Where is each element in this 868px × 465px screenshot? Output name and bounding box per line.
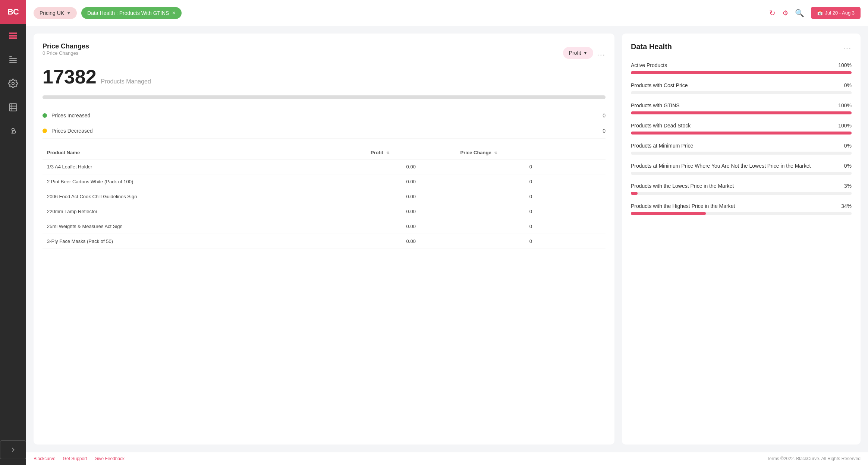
health-item: Products at Minimum Price Where You Are … xyxy=(631,163,852,175)
product-name-cell: 3-Ply Face Masks (Pack of 50) xyxy=(43,234,366,249)
refresh-icon[interactable]: ↻ xyxy=(769,9,776,18)
health-item-pct: 100% xyxy=(838,102,852,108)
data-health-more-button[interactable]: ... xyxy=(843,42,852,51)
health-bar-bg xyxy=(631,152,852,155)
svg-rect-0 xyxy=(9,33,17,34)
products-count: 17382 xyxy=(43,66,97,88)
products-label: Products Managed xyxy=(101,78,151,85)
health-item-label: Products with Dead Stock xyxy=(631,123,691,129)
health-item-header: Products with the Highest Price in the M… xyxy=(631,203,852,209)
green-dot xyxy=(43,113,47,118)
col-product-name: Product Name xyxy=(43,146,366,159)
close-icon[interactable]: ✕ xyxy=(172,10,176,16)
topbar: Pricing UK ▼ Data Health : Products With… xyxy=(26,0,868,26)
health-item-pct: 0% xyxy=(844,82,852,88)
price-change-cell: 0 xyxy=(456,219,606,234)
health-item-label: Products with Cost Price xyxy=(631,82,688,88)
health-item-label: Products at Minimum Price xyxy=(631,143,693,149)
col-profit[interactable]: Profit ⇅ xyxy=(366,146,456,159)
profit-cell: 0.00 xyxy=(366,174,456,189)
products-count-row: 17382 Products Managed xyxy=(43,66,606,88)
table-body: 1/3 A4 Leaflet Holder 0.00 0 2 Pint Beer… xyxy=(43,159,606,249)
health-item-pct: 34% xyxy=(841,203,852,209)
date-range-button[interactable]: 📅 Jul 20 - Aug 3 xyxy=(811,7,861,19)
app-logo: BC xyxy=(0,0,26,24)
products-table: Product Name Profit ⇅ Price Change ⇅ xyxy=(43,146,606,249)
price-change-cell: 0 xyxy=(456,174,606,189)
price-change-cell: 0 xyxy=(456,204,606,219)
pricing-uk-tab[interactable]: Pricing UK ▼ xyxy=(34,7,77,19)
price-change-cell: 0 xyxy=(456,159,606,174)
health-item-header: Products with GTINS 100% xyxy=(631,102,852,108)
health-bar-bg xyxy=(631,111,852,114)
health-item-label: Products at Minimum Price Where You Are … xyxy=(631,163,811,169)
table-row: 2006 Food Act Cook Chill Guidelines Sign… xyxy=(43,189,606,204)
health-bar-bg xyxy=(631,172,852,175)
price-change-cell: 0 xyxy=(456,234,606,249)
col-price-change[interactable]: Price Change ⇅ xyxy=(456,146,606,159)
health-item: Active Products 100% xyxy=(631,62,852,74)
table-header-row: Product Name Profit ⇅ Price Change ⇅ xyxy=(43,146,606,159)
panel-header: Price Changes 0 Price Changes Profit ▼ .… xyxy=(43,42,606,63)
profit-cell: 0.00 xyxy=(366,204,456,219)
health-bar-fill xyxy=(631,192,638,195)
health-item-label: Products with the Lowest Price in the Ma… xyxy=(631,183,734,189)
footer: Blackcurve Get Support Give Feedback Ter… xyxy=(26,452,868,465)
panel-title: Price Changes 0 Price Changes xyxy=(43,42,89,63)
left-panel: Price Changes 0 Price Changes Profit ▼ .… xyxy=(34,34,614,445)
price-change-sort-icon: ⇅ xyxy=(494,151,497,155)
product-name-cell: 2006 Food Act Cook Chill Guidelines Sign xyxy=(43,189,366,204)
health-bar-fill xyxy=(631,132,852,135)
profit-button[interactable]: Profit ▼ xyxy=(563,47,594,59)
profit-cell: 0.00 xyxy=(366,234,456,249)
table-row: 3-Ply Face Masks (Pack of 50) 0.00 0 xyxy=(43,234,606,249)
topbar-right: ↻ ⚙ 🔍 📅 Jul 20 - Aug 3 xyxy=(769,7,861,19)
table-row: 1/3 A4 Leaflet Holder 0.00 0 xyxy=(43,159,606,174)
health-item-header: Products at Minimum Price 0% xyxy=(631,143,852,149)
svg-rect-2 xyxy=(9,38,17,38)
health-item-label: Products with the Highest Price in the M… xyxy=(631,203,735,209)
footer-blackcurve-link[interactable]: Blackcurve xyxy=(34,456,56,461)
panel-actions: Profit ▼ ... xyxy=(563,47,606,59)
footer-copyright: Terms ©2022. BlackCurve. All Rights Rese… xyxy=(767,456,861,461)
health-bar-fill xyxy=(631,212,706,215)
right-panel: Data Health ... Active Products 100% Pro… xyxy=(622,34,861,445)
product-name-cell: 2 Pint Beer Cartons White (Pack of 100) xyxy=(43,174,366,189)
sidebar-item-table[interactable] xyxy=(0,95,26,119)
search-icon[interactable]: 🔍 xyxy=(795,9,804,18)
health-item-header: Active Products 100% xyxy=(631,62,852,68)
product-name-cell: 25ml Weights & Measures Act Sign xyxy=(43,219,366,234)
sidebar-item-settings[interactable] xyxy=(0,72,26,95)
health-item: Products with Cost Price 0% xyxy=(631,82,852,94)
data-health-tab[interactable]: Data Health : Products With GTINS ✕ xyxy=(81,7,182,19)
health-item-pct: 100% xyxy=(838,123,852,129)
sidebar-item-menu[interactable] xyxy=(0,48,26,72)
health-items-list: Active Products 100% Products with Cost … xyxy=(631,62,852,215)
footer-support-link[interactable]: Get Support xyxy=(63,456,87,461)
sidebar-expand[interactable] xyxy=(0,438,28,461)
svg-point-7 xyxy=(12,82,15,85)
svg-rect-8 xyxy=(9,104,17,111)
chevron-icon: ▼ xyxy=(583,51,587,55)
products-table-section: Product Name Profit ⇅ Price Change ⇅ xyxy=(43,146,606,436)
table-row: 220mm Lamp Reflector 0.00 0 xyxy=(43,204,606,219)
more-options-button[interactable]: ... xyxy=(597,49,606,57)
data-health-title: Data Health xyxy=(631,42,672,51)
health-item-header: Products with Dead Stock 100% xyxy=(631,123,852,129)
health-bar-fill xyxy=(631,111,852,114)
price-change-cell: 0 xyxy=(456,189,606,204)
svg-rect-1 xyxy=(9,35,17,36)
metrics-list: Prices Increased 0 Prices Decreased 0 xyxy=(43,108,606,139)
health-item: Products with the Highest Price in the M… xyxy=(631,203,852,215)
sidebar-item-robot[interactable] xyxy=(0,119,26,143)
product-name-cell: 220mm Lamp Reflector xyxy=(43,204,366,219)
footer-feedback-link[interactable]: Give Feedback xyxy=(94,456,125,461)
health-item: Products with Dead Stock 100% xyxy=(631,123,852,135)
health-item: Products with GTINS 100% xyxy=(631,102,852,114)
yellow-dot xyxy=(43,129,47,133)
calendar-icon: 📅 xyxy=(817,10,823,16)
health-item-header: Products with the Lowest Price in the Ma… xyxy=(631,183,852,189)
filter-icon[interactable]: ⚙ xyxy=(782,9,788,17)
sidebar-item-list[interactable] xyxy=(0,24,26,48)
prices-decreased-row: Prices Decreased 0 xyxy=(43,123,606,139)
